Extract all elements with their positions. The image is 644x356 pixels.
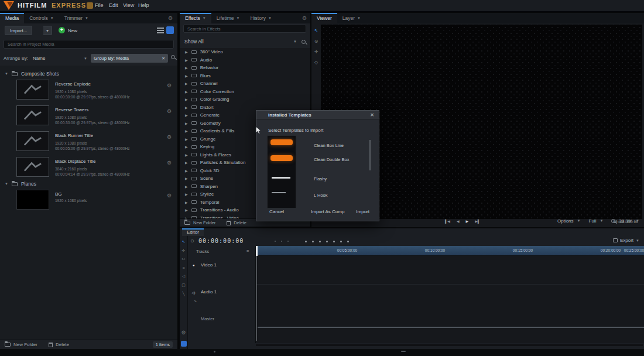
loop-icon[interactable]: ⊙	[190, 238, 194, 244]
group-by-chip[interactable]: Group By: Media✕	[91, 54, 168, 63]
list-view-icon[interactable]	[157, 28, 164, 33]
template-thumbnail[interactable]	[270, 155, 293, 161]
show-all-dropdown[interactable]: Show All	[184, 39, 204, 44]
audio-track-label[interactable]: Audio 1	[201, 289, 217, 295]
media-item[interactable]: Black Displace Title 3840 x 2160 pixels …	[0, 157, 177, 182]
new-button-icon[interactable]: +	[59, 27, 65, 33]
cancel-button[interactable]: Cancel	[269, 209, 284, 214]
media-item[interactable]: BG 1920 x 1080 pixels ⚙	[0, 190, 177, 214]
effects-filter-row[interactable]: Show All ▼	[180, 36, 310, 47]
template-item[interactable]: Clean Double Box	[314, 157, 349, 162]
thumbnail-view-icon[interactable]	[166, 26, 174, 34]
expand-caret-icon[interactable]: ▶	[185, 137, 188, 141]
effect-category-row[interactable]: ▶ Color Correction	[180, 88, 310, 96]
effect-category-row[interactable]: ▶ 360° Video	[180, 48, 310, 56]
template-item[interactable]: Flashy	[314, 176, 327, 182]
export-button[interactable]: Export ▼	[613, 238, 639, 243]
select-tool-icon[interactable]: ↖	[314, 28, 318, 33]
next-frame-icon[interactable]: ▶▌	[475, 219, 480, 223]
scroll-handle[interactable]	[401, 351, 406, 352]
expand-caret-icon[interactable]: ▶	[185, 74, 188, 78]
close-icon[interactable]: ✕	[370, 112, 374, 118]
expand-caret-icon[interactable]: ▶	[185, 169, 188, 173]
chevron-down-icon[interactable]: ▼	[5, 72, 8, 76]
tab-lifetime[interactable]: Lifetime▼	[211, 13, 245, 23]
expand-caret-icon[interactable]: ▶	[185, 113, 188, 117]
item-gear-icon[interactable]: ⚙	[167, 135, 172, 140]
zoom-tool-icon[interactable]: ◇	[314, 60, 318, 65]
tab-effects[interactable]: Effects▼	[180, 13, 211, 23]
audio-sync-icon[interactable]: ∿	[194, 299, 197, 303]
new-folder-icon[interactable]	[5, 343, 11, 347]
play-icon[interactable]: ▶	[466, 219, 469, 223]
import-button[interactable]: Import...	[5, 26, 32, 35]
editor-timecode[interactable]: 00:00:00:00	[198, 238, 244, 244]
expand-caret-icon[interactable]: ▶	[185, 90, 188, 94]
expand-caret-icon[interactable]: ▶	[185, 50, 188, 54]
video-track-label[interactable]: Video 1	[201, 262, 217, 268]
template-thumbnail[interactable]	[270, 139, 293, 145]
menu-help[interactable]: Help	[138, 2, 149, 8]
expand-caret-icon[interactable]: ▶	[185, 58, 188, 62]
expand-caret-icon[interactable]: ▶	[185, 81, 188, 85]
timeline-options-icon[interactable]	[181, 341, 187, 347]
media-item[interactable]: Reverse Towers 1920 x 1080 pixels 00:00:…	[0, 105, 177, 130]
new-folder-icon[interactable]	[184, 221, 190, 225]
template-thumbnail[interactable]	[272, 177, 290, 179]
go-to-start-icon[interactable]: ▌◀	[445, 219, 450, 223]
fade-tool-icon[interactable]: ╲	[182, 292, 184, 296]
rate-stretch-tool-icon[interactable]: ◁	[182, 274, 185, 279]
audio-mute-icon[interactable]: ◁)	[191, 290, 196, 295]
effect-category-row[interactable]: ▶ Channel	[180, 80, 310, 88]
viewer-zoom-value[interactable]: 29.9%	[619, 218, 632, 224]
tab-viewer[interactable]: Viewer	[311, 13, 337, 23]
effect-category-row[interactable]: ▶ Behavior	[180, 64, 310, 72]
media-item[interactable]: Reverse Explode 1920 x 1080 pixels 00:00…	[0, 80, 177, 104]
arrange-by-value[interactable]: Name	[33, 56, 45, 61]
new-folder-button[interactable]: New Folder	[13, 342, 37, 347]
quality-dropdown[interactable]: Full	[589, 218, 597, 224]
expand-caret-icon[interactable]: ▶	[185, 176, 188, 180]
expand-caret-icon[interactable]: ▶	[185, 121, 188, 125]
tab-layer[interactable]: Layer▼	[337, 13, 366, 23]
template-thumbnail[interactable]	[272, 192, 286, 193]
expand-caret-icon[interactable]: ▶	[185, 200, 188, 204]
effect-category-row[interactable]: ▶ Blurs	[180, 72, 310, 80]
options-dropdown[interactable]: Options	[557, 218, 574, 224]
menu-view[interactable]: View	[123, 2, 134, 8]
delete-button[interactable]: Delete	[234, 220, 246, 225]
expand-caret-icon[interactable]: ▶	[185, 66, 188, 70]
template-item[interactable]: Clean Box Line	[314, 143, 344, 148]
delete-button[interactable]: Delete	[56, 342, 69, 347]
playhead-handle[interactable]	[256, 246, 258, 256]
menu-file[interactable]: File	[95, 2, 104, 8]
expand-caret-icon[interactable]: ▶	[185, 145, 188, 149]
item-gear-icon[interactable]: ⚙	[167, 160, 172, 166]
ripple-tool-icon[interactable]: ≡	[182, 266, 184, 270]
timeline-tool-icons[interactable]	[305, 241, 349, 242]
slip-tool-icon[interactable]: ▢	[181, 283, 186, 287]
pan-tool-icon[interactable]: ✛	[314, 49, 318, 54]
tab-trimmer[interactable]: Trimmer▼	[59, 13, 94, 23]
dialog-scrollbar[interactable]	[369, 140, 371, 170]
item-gear-icon[interactable]: ⚙	[167, 193, 172, 198]
close-icon[interactable]: ✕	[162, 56, 165, 61]
tab-history[interactable]: History▼	[245, 13, 277, 23]
delete-icon[interactable]	[49, 343, 53, 347]
expand-caret-icon[interactable]: ▶	[185, 184, 188, 189]
import-button[interactable]: Import	[356, 209, 369, 214]
item-gear-icon[interactable]: ⚙	[167, 109, 172, 114]
slice-tool-icon[interactable]: ✂	[182, 257, 186, 262]
tab-controls[interactable]: Controls▼	[24, 13, 59, 23]
chevron-down-icon[interactable]: ▼	[293, 40, 297, 43]
new-button[interactable]: New	[68, 28, 77, 33]
delete-icon[interactable]	[227, 221, 231, 225]
dialog-title-bar[interactable]: Installed Templates ✕	[256, 111, 379, 119]
expand-caret-icon[interactable]: ▶	[185, 105, 188, 109]
chevron-down-icon[interactable]: ▼	[84, 57, 87, 60]
tracks-menu-icon[interactable]: ≡	[246, 248, 249, 254]
folder-row-planes[interactable]: ▼ Planes	[0, 180, 177, 187]
orbit-tool-icon[interactable]: ⊙	[314, 39, 318, 44]
new-folder-button[interactable]: New Folder	[193, 220, 215, 225]
tab-editor[interactable]: Editor	[182, 228, 204, 236]
